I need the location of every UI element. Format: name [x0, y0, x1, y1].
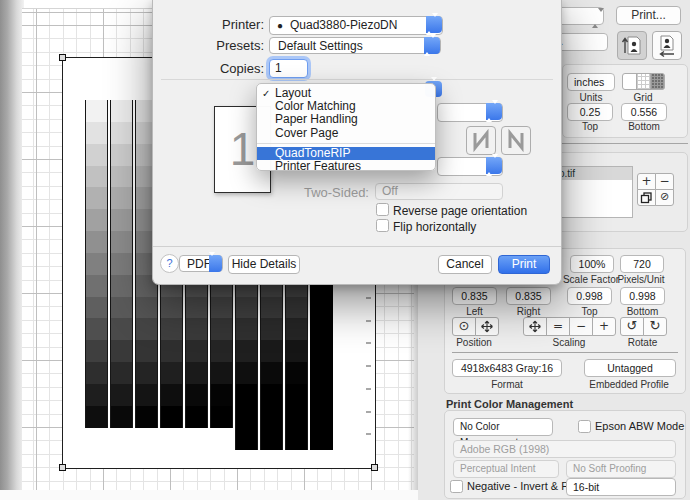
cancel-button[interactable]: Cancel	[438, 255, 492, 274]
portrait-icon	[618, 32, 646, 59]
duplicate-icon	[638, 190, 655, 205]
flip-horizontally-label: Flip horizontally	[393, 220, 476, 234]
negative-label: Negative - Invert & Flip	[467, 480, 579, 492]
wedge-tick	[366, 297, 371, 299]
landscape-icon	[653, 32, 681, 59]
add-file-button[interactable]: +	[637, 173, 656, 190]
window-bottom-strip	[0, 490, 418, 500]
clear-button[interactable]: ⊘	[655, 189, 674, 206]
page-handle-bottom-left[interactable]	[59, 464, 66, 471]
file-list[interactable]: o.tif	[556, 166, 633, 218]
menu-item-cover-page[interactable]: Cover Page	[257, 127, 435, 140]
position-label: Position	[448, 337, 500, 348]
image-bottom-field[interactable]: 0.998	[620, 287, 665, 305]
panel-separator	[558, 143, 688, 144]
paper-top-label: Top	[567, 121, 613, 132]
scale-factor-field[interactable]: 100%	[570, 255, 614, 273]
fit-icon	[524, 318, 546, 335]
scaling-down-button[interactable]: −	[569, 317, 593, 336]
page-handle-top-left[interactable]	[59, 54, 66, 61]
presets-label: Presets:	[164, 38, 264, 53]
profile-label: Embedded Profile	[566, 379, 690, 390]
grid-fine-button-selected[interactable]	[650, 73, 665, 90]
scaling-actual-button[interactable]: =	[546, 317, 570, 336]
scaling-fit-button[interactable]	[523, 317, 547, 336]
position-center-button[interactable]: ⊙	[452, 317, 476, 336]
help-button[interactable]: ?	[160, 254, 179, 273]
flip-horizontally-checkbox[interactable]	[376, 219, 389, 232]
epson-abw-checkbox[interactable]	[578, 420, 591, 433]
epson-abw-label: Epson ABW Mode	[595, 420, 684, 432]
orientation-flip-button[interactable]	[652, 31, 682, 60]
presets-select-value: Default Settings	[278, 39, 363, 53]
position-move-button[interactable]	[475, 317, 499, 336]
print-button-panel[interactable]: Print...	[616, 6, 681, 25]
wedge-tick	[366, 388, 371, 390]
copies-input[interactable]: 1	[269, 59, 308, 78]
layout-direction-2-button[interactable]	[501, 126, 531, 155]
print-pane-menu: ✓ Layout Color Matching Paper Handling C…	[256, 83, 436, 171]
profile-field: Untagged	[584, 359, 676, 377]
print-button[interactable]: Print	[498, 255, 550, 274]
paper-bottom-field[interactable]: 0.556	[621, 103, 667, 121]
pcm-title: Print Color Management	[446, 398, 606, 410]
page-handle-bottom-right[interactable]	[371, 464, 378, 471]
presets-select[interactable]: Default Settings	[269, 37, 441, 54]
rotate-label: Rotate	[618, 337, 667, 348]
rotate-ccw-button[interactable]: ↺	[620, 317, 644, 336]
printer-label: Printer:	[164, 17, 264, 32]
color-management-select[interactable]: No Color Management	[453, 418, 553, 436]
pages-per-sheet-select-cut[interactable]	[437, 103, 503, 122]
icc-profile-select: Adobe RGB (1998)	[453, 440, 676, 458]
dialog-separator-top	[161, 79, 553, 80]
pdf-menu-label: PDF	[187, 257, 211, 271]
copies-label: Copies:	[164, 61, 264, 76]
grid-label: Grid	[622, 92, 664, 103]
pdf-menu-button[interactable]: PDF	[179, 255, 223, 272]
units-select[interactable]: inches	[567, 73, 615, 91]
wedge-tick	[366, 411, 371, 413]
image-left-field[interactable]: 0.835	[452, 287, 497, 305]
bit-depth-select[interactable]: 16-bit	[566, 478, 676, 496]
remove-file-button[interactable]: −	[655, 173, 674, 190]
printer-select[interactable]: ● Quad3880-PiezoDN	[269, 16, 443, 35]
image-right-field[interactable]: 0.835	[506, 287, 551, 305]
grid-off-button[interactable]	[622, 73, 637, 90]
scaling-up-button[interactable]: +	[592, 317, 616, 336]
check-icon: ✓	[262, 87, 270, 100]
rotate-cw-button[interactable]: ↻	[643, 317, 667, 336]
image-right-label: Right	[506, 306, 551, 317]
dialog-separator-bottom	[153, 246, 561, 247]
ppi-field[interactable]: 720	[620, 255, 664, 273]
soft-proof-select: No Soft Proofing	[566, 460, 676, 478]
layout-direction-1-button[interactable]	[466, 126, 496, 155]
app-window: { "dialog": { "printer_label": "Printer:…	[0, 0, 690, 500]
image-top-field[interactable]: 0.998	[567, 287, 612, 305]
wedge-tick	[366, 320, 371, 322]
menu-item-printer-features[interactable]: Printer Features	[257, 160, 435, 173]
image-top-label: Top	[567, 306, 612, 317]
layout-direction-icon	[467, 127, 495, 154]
paper-top-field[interactable]: 0.25	[567, 103, 613, 121]
wedge-tick	[366, 365, 371, 367]
intent-select: Perceptual Intent	[453, 460, 559, 478]
two-sided-label: Two-Sided:	[269, 185, 369, 200]
negative-checkbox[interactable]	[450, 480, 463, 493]
ppi-label: Pixels/Unit	[606, 274, 676, 285]
orientation-portrait-button[interactable]	[617, 31, 647, 60]
reverse-orientation-checkbox[interactable]	[376, 203, 389, 216]
geometry-separator	[452, 352, 678, 353]
format-label: Format	[452, 379, 562, 390]
hide-details-button[interactable]: Hide Details	[228, 255, 300, 274]
scaling-label: Scaling	[523, 337, 615, 348]
move-icon	[476, 318, 498, 335]
file-list-item[interactable]: o.tif	[557, 167, 632, 180]
reverse-orientation-label: Reverse page orientation	[393, 204, 527, 218]
grid-coarse-button[interactable]	[636, 73, 651, 90]
duplicate-button[interactable]	[637, 189, 656, 206]
paper-bottom-label: Bottom	[621, 121, 667, 132]
layout-direction-icon	[502, 127, 530, 154]
wedge-column	[110, 100, 133, 428]
border-select-cut[interactable]	[437, 157, 503, 176]
image-left-label: Left	[452, 306, 497, 317]
